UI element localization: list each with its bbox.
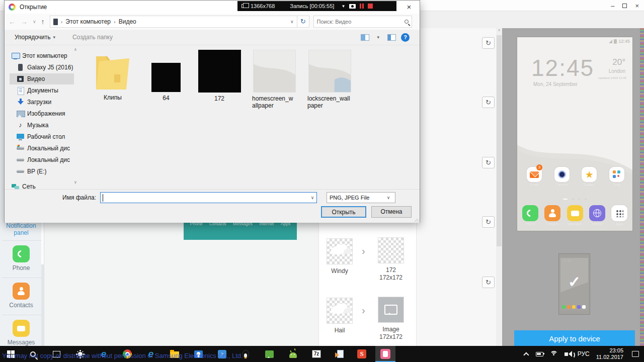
breadcrumb[interactable]: › Этот компьютер › Видео ∨	[50, 16, 297, 28]
sidebar-item-music[interactable]: ♪Музыка	[10, 120, 74, 131]
taskbar-app-linux[interactable]	[239, 347, 252, 360]
tab-internet[interactable]: Internet	[259, 221, 274, 240]
breadcrumb-video[interactable]: Видео	[119, 18, 136, 25]
sidebar-item-messages[interactable]: Messages	[0, 320, 42, 346]
back-icon[interactable]: ←	[9, 18, 16, 26]
maximize-icon[interactable]	[622, 4, 627, 8]
sidebar-item-desktop[interactable]: Рабочий стол	[10, 131, 74, 142]
battery-icon[interactable]	[536, 352, 543, 356]
filename-input[interactable]	[101, 193, 308, 203]
tab-contacts[interactable]: Contacts	[209, 221, 226, 240]
dock-phone[interactable]: Phone	[521, 205, 539, 226]
taskbar-app-chrome[interactable]	[121, 347, 134, 360]
taskbar-search-button[interactable]	[26, 347, 39, 360]
scrollbar-thumb[interactable]	[497, 35, 502, 246]
organize-menu[interactable]: Упорядочить	[15, 34, 50, 41]
sidebar-item-this-pc[interactable]: Этот компьютер	[10, 50, 74, 61]
taskbar-app-brightness[interactable]	[73, 347, 87, 360]
sidebar-item-bp-e[interactable]: BP (E:)	[10, 166, 74, 177]
hail-source-thumbnail[interactable]	[327, 298, 353, 324]
resize-grip[interactable]	[415, 218, 419, 222]
filename-dropdown-icon[interactable]: ∨	[308, 195, 316, 200]
windy-source-thumbnail[interactable]	[327, 238, 353, 264]
tab-phone[interactable]: Phone	[190, 221, 203, 240]
sidebar-item-contacts[interactable]: Contacts	[0, 283, 42, 309]
view-mode-caret-icon[interactable]: ▾	[377, 35, 379, 40]
taskbar-app-people[interactable]	[192, 347, 205, 360]
scroll-down-icon[interactable]: ∨	[74, 180, 79, 185]
app-tools[interactable]: Tools	[608, 167, 626, 187]
dock-internet[interactable]: Internet	[588, 205, 606, 226]
help-icon[interactable]: ?	[401, 33, 410, 42]
sidebar-item-documents[interactable]: Документы	[10, 85, 74, 96]
reset-icon[interactable]: ↻	[482, 37, 495, 49]
scroll-up-icon[interactable]: ∧	[497, 28, 502, 32]
sidebar-item-notification-panel[interactable]: Notification panel	[0, 222, 42, 236]
view-mode-icon[interactable]	[361, 34, 369, 41]
minimize-icon[interactable]: –	[611, 2, 614, 10]
file-item-64[interactable]: 64	[143, 50, 189, 102]
reset-icon[interactable]: ↻	[482, 97, 495, 108]
reset-icon[interactable]: ↻	[482, 157, 495, 168]
task-view-button[interactable]	[50, 347, 63, 360]
action-center-icon[interactable]	[632, 351, 639, 357]
dock-messages[interactable]: Messages	[566, 205, 584, 226]
taskbar-app-7zip[interactable]: 7z	[310, 347, 323, 360]
scroll-up-icon[interactable]: ∧	[74, 47, 79, 52]
screenshot-camera-icon[interactable]	[349, 4, 356, 9]
taskbar-app-converter[interactable]	[334, 347, 347, 360]
taskbar-app-s[interactable]: S	[355, 347, 368, 360]
breadcrumb-this-pc[interactable]: Этот компьютер	[65, 18, 111, 25]
tab-messages[interactable]: Messages	[233, 221, 253, 240]
wifi-icon[interactable]	[550, 351, 558, 357]
sidebar-item-pictures[interactable]: Изображения	[10, 108, 74, 119]
sidebar-item-phone[interactable]: Phone	[0, 245, 42, 272]
sidebar-item-galaxy-j5[interactable]: Galaxy J5 (2016)	[10, 62, 74, 73]
taskbar-app-theme-designer[interactable]	[379, 347, 392, 360]
file-item-172[interactable]: 172	[197, 50, 242, 102]
sidebar-item-local-disk-c[interactable]: Локальный дис	[10, 143, 74, 154]
sidebar-item-local-disk-d[interactable]: Локальный дис	[10, 154, 74, 165]
reset-icon[interactable]: ↻	[482, 216, 495, 228]
forward-icon[interactable]: →	[21, 18, 28, 26]
app-gallery[interactable]: ★ Gallery	[580, 167, 598, 187]
close-icon[interactable]: ×	[635, 2, 639, 10]
pause-icon[interactable]	[360, 4, 364, 9]
new-folder-button[interactable]: Создать папку	[72, 34, 113, 41]
taskbar-app-image-viewer[interactable]	[263, 347, 276, 360]
dock-contacts[interactable]: Contacts	[543, 205, 561, 226]
sidebar-item-downloads[interactable]: Загрузки	[10, 97, 74, 108]
volume-icon[interactable]	[565, 352, 568, 356]
refresh-icon[interactable]: ↻	[297, 16, 309, 28]
sidebar-item-video[interactable]: Видео	[10, 73, 74, 84]
taskbar-app-blue[interactable]: ÷	[215, 347, 228, 360]
taskbar-app-internet-explorer[interactable]: e	[144, 347, 157, 360]
search-input[interactable]	[317, 19, 405, 25]
taskbar-app-file-explorer[interactable]	[168, 347, 181, 360]
filetype-select[interactable]: PNG, JPEG File ∨	[327, 192, 395, 203]
up-icon[interactable]: ↑	[41, 18, 45, 26]
filename-field[interactable]: ∨	[100, 192, 317, 203]
close-icon[interactable]: ×	[401, 1, 417, 14]
hail-target-thumbnail[interactable]	[378, 297, 404, 323]
app-email[interactable]: 3 Email	[525, 167, 543, 187]
clock[interactable]: 23:05 11.02.2017	[596, 347, 623, 360]
open-button[interactable]: Открыть	[321, 206, 366, 218]
search-icon[interactable]	[405, 20, 409, 24]
app-camera[interactable]: Camera	[553, 167, 571, 187]
dock-apps[interactable]: Apps	[610, 205, 628, 226]
preview-pane-icon[interactable]	[387, 34, 396, 41]
file-item-homescreen-wallpaper[interactable]: homescreen_wallpaper	[252, 50, 296, 109]
taskbar-app-edge[interactable]: e	[97, 347, 110, 360]
file-item-lockscreen-wallpaper[interactable]: lockscreen_wallpaper	[307, 50, 352, 109]
windy-target-thumbnail[interactable]	[378, 237, 404, 263]
apply-to-device-button[interactable]: Apply to device	[514, 330, 635, 347]
recorder-dropdown-icon[interactable]: ▼	[341, 4, 345, 9]
stop-icon[interactable]	[368, 4, 373, 9]
editor-scrollbar[interactable]: ∧	[496, 28, 502, 346]
history-dropdown-icon[interactable]: ∨	[33, 19, 36, 24]
taskbar-app-android[interactable]	[286, 347, 299, 360]
reset-icon[interactable]: ↻	[482, 277, 495, 288]
tab-apps[interactable]: Apps	[281, 221, 290, 240]
search-box[interactable]	[313, 16, 412, 28]
